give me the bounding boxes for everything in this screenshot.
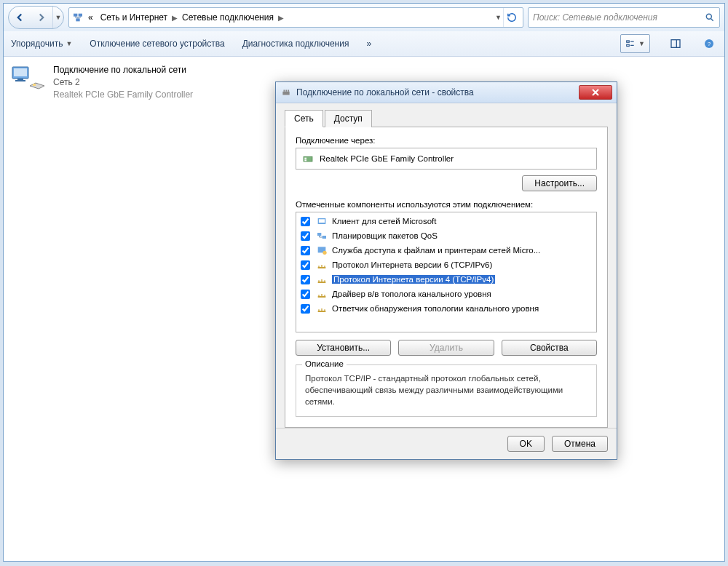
dialog-footer: OK Отмена	[276, 428, 617, 459]
chevron-right-icon: ▶	[278, 14, 284, 22]
svg-rect-23	[317, 233, 321, 236]
cancel-button[interactable]: Отмена	[552, 436, 608, 452]
toolbar-overflow[interactable]: »	[366, 39, 371, 49]
dialog-titlebar[interactable]: Подключение по локальной сети - свойства	[276, 82, 617, 103]
svg-rect-0	[74, 14, 77, 17]
svg-rect-22	[319, 219, 325, 223]
command-bar: Упорядочить ▼ Отключение сетевого устрой…	[4, 31, 724, 57]
view-mode-button[interactable]: ▼	[620, 34, 650, 53]
svg-rect-19	[304, 158, 306, 159]
component-checkbox[interactable]	[301, 217, 310, 226]
disable-device-button[interactable]: Отключение сетевого устройства	[90, 39, 224, 49]
lan-connection-icon	[11, 64, 46, 95]
tab-network[interactable]: Сеть	[285, 110, 323, 127]
svg-rect-11	[17, 79, 23, 80]
adapter-icon	[280, 87, 292, 98]
help-button[interactable]: ?	[701, 36, 717, 52]
search-input[interactable]: Поиск: Сетевые подключения	[528, 7, 720, 28]
components-label: Отмеченные компоненты используются этим …	[296, 200, 597, 209]
svg-rect-20	[304, 159, 306, 161]
ok-button[interactable]: OK	[507, 436, 545, 452]
description-text: Протокол TCP/IP - стандартный протокол г…	[305, 372, 587, 407]
connection-name: Подключение по локальной сети	[53, 64, 193, 76]
breadcrumb-prefix[interactable]: «	[85, 12, 96, 23]
adapter-field: Realtek PCIe GbE Family Controller	[296, 148, 597, 170]
component-label: Планировщик пакетов QoS	[332, 231, 438, 240]
tab-strip: Сеть Доступ	[285, 109, 608, 127]
nic-icon	[302, 153, 314, 164]
search-placeholder: Поиск: Сетевые подключения	[533, 12, 700, 23]
component-row[interactable]: Протокол Интернета версии 6 (TCP/IPv6)	[296, 258, 596, 272]
connection-network: Сеть 2	[53, 76, 193, 89]
component-checkbox[interactable]	[301, 290, 310, 299]
properties-dialog: Подключение по локальной сети - свойства…	[275, 81, 617, 460]
svg-rect-4	[627, 41, 630, 42]
close-icon	[592, 89, 599, 96]
component-row[interactable]: Служба доступа к файлам и принтерам сете…	[296, 243, 596, 258]
nav-history-dropdown[interactable]: ▼	[52, 7, 63, 28]
component-checkbox[interactable]	[301, 260, 310, 270]
properties-button[interactable]: Свойства	[502, 340, 597, 356]
description-title: Описание	[302, 359, 347, 368]
organize-label: Упорядочить	[11, 39, 63, 49]
search-icon	[705, 12, 715, 23]
breadcrumb-item-2[interactable]: Сетевые подключения	[179, 12, 277, 23]
svg-rect-6	[671, 40, 680, 48]
breadcrumb-item-1[interactable]: Сеть и Интернет	[98, 12, 170, 23]
component-icon	[316, 215, 328, 227]
svg-rect-16	[285, 90, 287, 92]
svg-rect-13	[33, 84, 36, 86]
svg-rect-14	[282, 92, 289, 95]
tab-access[interactable]: Доступ	[325, 110, 372, 127]
address-dropdown[interactable]: ▼	[495, 14, 502, 21]
organize-menu[interactable]: Упорядочить ▼	[11, 39, 72, 49]
component-checkbox[interactable]	[301, 275, 310, 284]
connect-via-label: Подключение через:	[296, 136, 597, 145]
close-button[interactable]	[579, 85, 612, 100]
forward-button[interactable]	[31, 7, 52, 28]
component-label: Протокол Интернета версии 4 (TCP/IPv4)	[332, 275, 495, 284]
svg-rect-12	[15, 80, 25, 81]
component-label: Клиент для сетей Microsoft	[332, 217, 436, 226]
address-bar[interactable]: « Сеть и Интернет ▶ Сетевые подключения …	[68, 7, 523, 28]
dialog-title-text: Подключение по локальной сети - свойства	[296, 87, 474, 97]
refresh-button[interactable]	[503, 8, 520, 27]
connection-info: Подключение по локальной сети Сеть 2 Rea…	[53, 64, 193, 100]
component-icon	[316, 230, 328, 242]
svg-rect-5	[627, 44, 630, 46]
back-button[interactable]	[9, 7, 31, 28]
svg-rect-10	[14, 68, 27, 76]
component-checkbox[interactable]	[301, 231, 310, 241]
connection-item[interactable]: Подключение по локальной сети Сеть 2 Rea…	[11, 64, 244, 100]
component-label: Драйвер в/в тополога канального уровня	[332, 290, 491, 298]
nav-buttons: ▼	[8, 6, 64, 29]
preview-pane-button[interactable]	[668, 36, 684, 52]
description-group: Описание Протокол TCP/IP - стандартный п…	[296, 364, 597, 417]
component-row[interactable]: Планировщик пакетов QoS	[296, 228, 596, 243]
svg-rect-15	[284, 90, 285, 92]
component-checkbox[interactable]	[301, 304, 310, 314]
adapter-name: Realtek PCIe GbE Family Controller	[320, 154, 454, 163]
connection-adapter: Realtek PCIe GbE Family Controller	[53, 89, 193, 101]
component-row[interactable]: Протокол Интернета версии 4 (TCP/IPv4)	[296, 272, 596, 287]
configure-button[interactable]: Настроить...	[522, 175, 597, 191]
svg-rect-24	[323, 236, 326, 239]
component-icon	[316, 274, 328, 285]
component-label: Ответчик обнаружения топологии канальног…	[332, 304, 539, 313]
diagnose-button[interactable]: Диагностика подключения	[242, 39, 349, 49]
component-icon	[316, 288, 328, 300]
component-row[interactable]: Ответчик обнаружения топологии канальног…	[296, 301, 596, 316]
component-row[interactable]: Клиент для сетей Microsoft	[296, 214, 596, 228]
remove-button[interactable]: Удалить	[398, 340, 494, 356]
svg-rect-17	[288, 90, 289, 92]
svg-text:?: ?	[708, 41, 711, 47]
component-checkbox[interactable]	[301, 246, 310, 255]
install-button[interactable]: Установить...	[296, 340, 391, 356]
component-row[interactable]: Драйвер в/в тополога канального уровня	[296, 287, 596, 301]
components-list[interactable]: Клиент для сетей MicrosoftПланировщик па…	[296, 212, 597, 332]
component-icon	[316, 259, 328, 271]
tab-pane-network: Подключение через: Realtek PCIe GbE Fami…	[285, 127, 608, 428]
network-icon	[72, 12, 84, 23]
component-label: Протокол Интернета версии 6 (TCP/IPv6)	[332, 260, 492, 269]
chevron-right-icon: ▶	[172, 14, 178, 22]
